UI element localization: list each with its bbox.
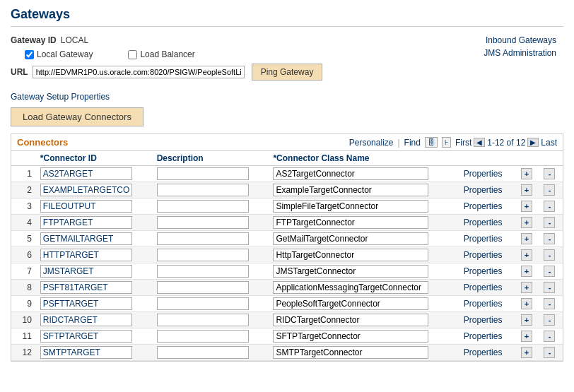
connector-id-input[interactable] bbox=[40, 249, 132, 261]
add-row-button[interactable]: + bbox=[521, 331, 532, 342]
class-input[interactable] bbox=[273, 216, 428, 229]
remove-row-button[interactable]: - bbox=[544, 217, 555, 228]
row-num: 10 bbox=[11, 312, 36, 328]
connector-id-input[interactable] bbox=[40, 297, 132, 310]
connector-id-input[interactable] bbox=[40, 281, 132, 294]
properties-link[interactable]: Properties bbox=[464, 315, 503, 325]
add-row-button[interactable]: + bbox=[521, 314, 532, 326]
properties-link[interactable]: Properties bbox=[464, 331, 503, 341]
connector-id-input[interactable] bbox=[40, 167, 132, 180]
url-input[interactable] bbox=[33, 66, 245, 78]
remove-row-button[interactable]: - bbox=[544, 168, 555, 179]
connector-id-cell bbox=[36, 166, 153, 182]
add-row-button[interactable]: + bbox=[521, 217, 532, 228]
remove-cell: - bbox=[539, 166, 563, 182]
class-input[interactable] bbox=[273, 281, 428, 294]
view-icon-2[interactable]: ⊦ bbox=[442, 137, 451, 148]
table-row: 5 Properties + - bbox=[11, 231, 563, 247]
remove-row-button[interactable]: - bbox=[544, 249, 555, 261]
properties-link[interactable]: Properties bbox=[464, 266, 503, 276]
remove-row-button[interactable]: - bbox=[544, 184, 555, 196]
connector-id-input[interactable] bbox=[40, 232, 132, 245]
row-num: 12 bbox=[11, 345, 36, 361]
add-row-button[interactable]: + bbox=[521, 298, 532, 309]
add-row-button[interactable]: + bbox=[521, 201, 532, 212]
local-gateway-checkbox[interactable] bbox=[25, 50, 34, 59]
desc-input[interactable] bbox=[157, 330, 249, 343]
class-input[interactable] bbox=[273, 249, 428, 261]
remove-row-button[interactable]: - bbox=[544, 201, 555, 212]
class-input[interactable] bbox=[273, 330, 428, 343]
class-input[interactable] bbox=[273, 346, 428, 359]
connector-id-cell bbox=[36, 280, 153, 296]
properties-link[interactable]: Properties bbox=[464, 201, 503, 211]
properties-link[interactable]: Properties bbox=[464, 185, 503, 195]
desc-input[interactable] bbox=[157, 314, 249, 326]
gateway-setup-link[interactable]: Gateway Setup Properties bbox=[11, 92, 110, 102]
desc-input[interactable] bbox=[157, 216, 249, 229]
desc-input[interactable] bbox=[157, 232, 249, 245]
ping-gateway-button[interactable]: Ping Gateway bbox=[252, 64, 323, 81]
col-header-desc: Description bbox=[153, 151, 269, 166]
class-input[interactable] bbox=[273, 297, 428, 310]
remove-row-button[interactable]: - bbox=[544, 266, 555, 277]
class-input[interactable] bbox=[273, 200, 428, 213]
add-row-button[interactable]: + bbox=[521, 184, 532, 196]
prev-arrow[interactable]: ◀ bbox=[474, 138, 485, 147]
desc-input[interactable] bbox=[157, 281, 249, 294]
desc-cell bbox=[153, 198, 269, 215]
connector-id-input[interactable] bbox=[40, 200, 132, 213]
add-cell: + bbox=[517, 231, 540, 247]
properties-link[interactable]: Properties bbox=[464, 234, 503, 244]
view-icon-1[interactable]: 🗄 bbox=[425, 137, 438, 148]
table-row: 1 Properties + - bbox=[11, 166, 563, 182]
add-row-button[interactable]: + bbox=[521, 233, 532, 244]
remove-cell: - bbox=[539, 312, 563, 328]
desc-input[interactable] bbox=[157, 249, 249, 261]
properties-link[interactable]: Properties bbox=[464, 348, 503, 357]
properties-link[interactable]: Properties bbox=[464, 218, 503, 227]
properties-link[interactable]: Properties bbox=[464, 283, 503, 292]
find-link[interactable]: Find bbox=[404, 138, 421, 148]
desc-input[interactable] bbox=[157, 200, 249, 213]
desc-input[interactable] bbox=[157, 297, 249, 310]
add-row-button[interactable]: + bbox=[521, 168, 532, 179]
properties-link[interactable]: Properties bbox=[464, 169, 503, 179]
remove-row-button[interactable]: - bbox=[544, 314, 555, 326]
desc-input[interactable] bbox=[157, 265, 249, 278]
remove-row-button[interactable]: - bbox=[544, 347, 555, 358]
add-row-button[interactable]: + bbox=[521, 347, 532, 358]
class-input[interactable] bbox=[273, 167, 428, 180]
desc-input[interactable] bbox=[157, 346, 249, 359]
load-gateway-connectors-button[interactable]: Load Gateway Connectors bbox=[11, 107, 144, 126]
connector-id-input[interactable] bbox=[40, 184, 132, 196]
next-arrow[interactable]: ▶ bbox=[527, 138, 539, 147]
jms-admin-link[interactable]: JMS Administration bbox=[484, 48, 556, 58]
connector-id-input[interactable] bbox=[40, 346, 132, 359]
local-gateway-checkbox-label[interactable]: Local Gateway bbox=[25, 49, 93, 59]
connector-id-input[interactable] bbox=[40, 216, 132, 229]
remove-row-button[interactable]: - bbox=[544, 282, 555, 293]
load-balancer-checkbox-label[interactable]: Load Balancer bbox=[128, 49, 194, 59]
connector-id-input[interactable] bbox=[40, 314, 132, 326]
remove-row-button[interactable]: - bbox=[544, 331, 555, 342]
add-row-button[interactable]: + bbox=[521, 266, 532, 277]
desc-input[interactable] bbox=[157, 184, 249, 196]
connector-id-input[interactable] bbox=[40, 265, 132, 278]
add-row-button[interactable]: + bbox=[521, 249, 532, 261]
class-input[interactable] bbox=[273, 232, 428, 245]
desc-input[interactable] bbox=[157, 167, 249, 180]
inbound-gateways-link[interactable]: Inbound Gateways bbox=[484, 35, 556, 45]
remove-row-button[interactable]: - bbox=[544, 233, 555, 244]
class-input[interactable] bbox=[273, 265, 428, 278]
personalize-link[interactable]: Personalize bbox=[349, 138, 394, 148]
class-input[interactable] bbox=[273, 314, 428, 326]
connector-id-input[interactable] bbox=[40, 330, 132, 343]
load-balancer-checkbox[interactable] bbox=[128, 50, 137, 59]
properties-link[interactable]: Properties bbox=[464, 250, 503, 260]
remove-row-button[interactable]: - bbox=[544, 298, 555, 309]
table-row: 7 Properties + - bbox=[11, 263, 563, 280]
add-row-button[interactable]: + bbox=[521, 282, 532, 293]
class-input[interactable] bbox=[273, 184, 428, 196]
properties-link[interactable]: Properties bbox=[464, 299, 503, 309]
